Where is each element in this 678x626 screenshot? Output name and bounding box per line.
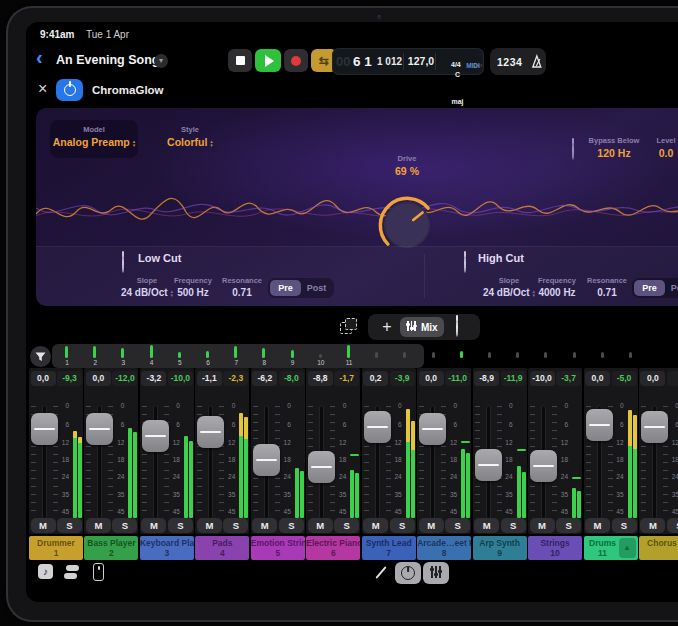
solo-button[interactable]: S [445, 518, 470, 533]
mixer-view-button[interactable] [423, 562, 449, 584]
play-button[interactable] [255, 49, 281, 72]
controls-button[interactable] [395, 562, 421, 584]
lowcut-resonance[interactable]: Resonance 0.71 [212, 276, 272, 298]
model-selector[interactable]: Model Analog Preamp▴▾ [50, 120, 138, 158]
fader-db-value[interactable]: 0,0 [86, 371, 111, 386]
meter-scale: 061218243545 [611, 368, 625, 528]
solo-button[interactable]: S [612, 518, 637, 533]
fader-db-value[interactable]: 0,0 [640, 371, 665, 386]
fader-handle[interactable] [475, 449, 502, 481]
track-label[interactable]: Emotion Strings 5 ▴ [251, 536, 305, 560]
fader-handle[interactable] [253, 444, 280, 476]
close-icon[interactable]: × [38, 81, 47, 97]
fader-db-value[interactable]: 0,0 [31, 371, 56, 386]
fader-db-value[interactable]: -1,1 [197, 371, 222, 386]
fader-handle[interactable] [31, 413, 58, 445]
mute-button[interactable]: M [419, 518, 444, 533]
plugin-power-button[interactable] [56, 79, 83, 101]
bypass-power-icon[interactable] [572, 141, 574, 160]
fader-db-value[interactable]: -8,8 [308, 371, 333, 386]
fader-db-value[interactable]: -10,0 [530, 371, 555, 386]
solo-button[interactable]: S [501, 518, 526, 533]
mute-button[interactable]: M [31, 518, 56, 533]
tracks-stack-icon[interactable] [64, 565, 80, 579]
track-label[interactable]: Arp Synth 9 ▴ [473, 536, 527, 560]
pre-button[interactable]: Pre [634, 280, 665, 296]
meter-left [461, 449, 465, 518]
screen: 9:41am Tue 1 Apr ‹ An Evening Song ▾ ⇆ 0… [26, 22, 678, 602]
mute-button[interactable]: M [197, 518, 222, 533]
solo-button[interactable]: S [279, 518, 304, 533]
song-title[interactable]: An Evening Song [56, 53, 159, 67]
track-label[interactable]: Arcade…eet Pad 8 ▴ [417, 536, 471, 560]
style-selector[interactable]: Style Colorful▴▾ [148, 120, 232, 148]
fader-db-value[interactable]: -6,2 [252, 371, 277, 386]
track-label[interactable]: Chorus V ▴ [639, 536, 678, 560]
track-label[interactable]: Electric Piano 6 ▴ [306, 536, 360, 560]
fader-handle[interactable] [419, 413, 446, 445]
play-surface-icon[interactable] [93, 563, 104, 581]
lowcut-power-icon[interactable] [122, 254, 124, 273]
track-label[interactable]: Drums 11 ▴ [584, 536, 638, 560]
solo-button[interactable]: S [556, 518, 581, 533]
fader-db-value[interactable]: -3,2 [141, 371, 166, 386]
track-label[interactable]: Keyboard Player 3 ▴ [140, 536, 194, 560]
pencil-icon[interactable] [375, 566, 386, 579]
fader-handle[interactable] [364, 411, 391, 443]
fader-db-value[interactable]: 0,2 [363, 371, 388, 386]
solo-button[interactable]: S [223, 518, 248, 533]
filter-button[interactable] [30, 346, 51, 367]
mute-button[interactable]: M [640, 518, 665, 533]
solo-button[interactable]: S [390, 518, 415, 533]
mute-button[interactable]: M [474, 518, 499, 533]
mute-button[interactable]: M [530, 518, 555, 533]
power-icon [64, 84, 76, 96]
chevron-down-icon[interactable]: ▾ [154, 54, 168, 68]
post-button[interactable]: Post [301, 280, 332, 296]
track-label[interactable]: Pads 4 ▴ [195, 536, 249, 560]
mix-button[interactable]: Mix [400, 317, 444, 337]
solo-button[interactable]: S [667, 518, 678, 533]
count-in-button[interactable]: 1234 [497, 56, 522, 68]
record-button[interactable] [284, 49, 308, 72]
mute-button[interactable]: M [141, 518, 166, 533]
mixer-power-button[interactable] [456, 318, 458, 337]
track-label[interactable]: Bass Player 2 ▴ [84, 536, 138, 560]
pre-button[interactable]: Pre [270, 280, 301, 296]
add-button[interactable]: + [376, 316, 398, 338]
lcd-display[interactable]: 00 6 1 1 012 127,0 4/4C maj In Out MIDI [332, 48, 484, 75]
track-label[interactable]: Drummer 1 ▴ [29, 536, 83, 560]
highcut-power-icon[interactable] [464, 254, 466, 273]
highcut-resonance[interactable]: Resonance 0.71 [577, 276, 637, 298]
mute-button[interactable]: M [86, 518, 111, 533]
fader-handle[interactable] [86, 413, 113, 445]
track-label[interactable]: Strings 10 ▴ [528, 536, 582, 560]
fader-db-value[interactable]: 0,0 [419, 371, 444, 386]
stop-button[interactable] [228, 49, 252, 72]
mute-button[interactable]: M [585, 518, 610, 533]
fader-handle[interactable] [197, 416, 224, 448]
solo-button[interactable]: S [112, 518, 137, 533]
level-control[interactable]: Level 0.0 [636, 136, 678, 159]
solo-button[interactable]: S [334, 518, 359, 533]
fader-handle[interactable] [530, 450, 557, 482]
metronome-icon[interactable] [528, 54, 546, 70]
mute-button[interactable]: M [308, 518, 333, 533]
solo-button[interactable]: S [168, 518, 193, 533]
fader-db-value[interactable]: 0,0 [585, 371, 610, 386]
mute-button[interactable]: M [252, 518, 277, 533]
fader-handle[interactable] [142, 420, 169, 452]
back-chevron-icon[interactable]: ‹ [36, 47, 43, 67]
post-button[interactable]: Post [665, 280, 678, 296]
paste-icon[interactable] [340, 318, 360, 336]
solo-button[interactable]: S [57, 518, 82, 533]
chevron-up-icon[interactable]: ▴ [619, 538, 636, 558]
fader-handle[interactable] [586, 409, 613, 441]
fader-handle[interactable] [641, 411, 668, 443]
browser-icon[interactable]: ♪ [38, 564, 53, 579]
mute-button[interactable]: M [363, 518, 388, 533]
fader-handle[interactable] [308, 451, 335, 483]
fader-db-value[interactable]: -8,9 [474, 371, 499, 386]
meter-right [133, 432, 137, 518]
track-label[interactable]: Synth Lead 7 ▴ [362, 536, 416, 560]
